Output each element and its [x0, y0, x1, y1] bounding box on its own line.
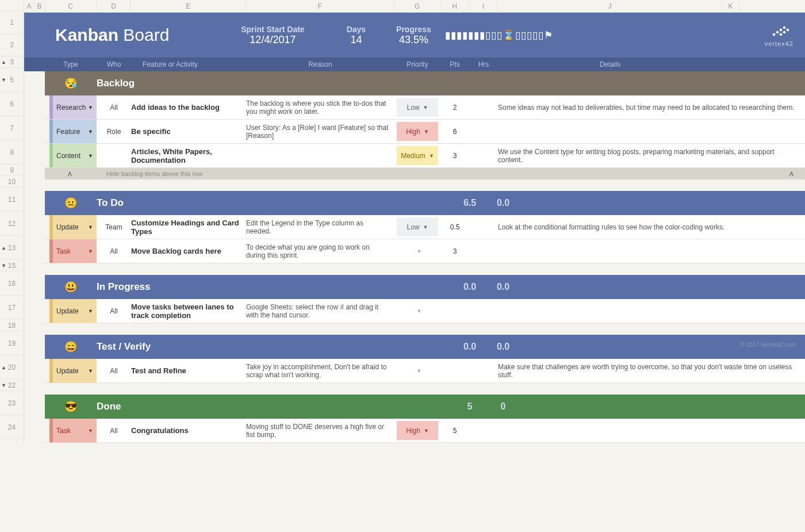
reason-cell[interactable]: To decide what you are going to work on … — [246, 243, 394, 259]
expand-down-icon[interactable]: ▼ — [1, 263, 6, 269]
emoji-smile-icon: 😃 — [45, 281, 97, 293]
feature-cell[interactable]: Congratulations — [131, 426, 246, 435]
row-number[interactable]: 9 — [0, 164, 24, 176]
row-number[interactable]: 18 — [0, 320, 24, 331]
feature-cell[interactable]: Be specific — [131, 127, 246, 136]
col-header[interactable]: A — [24, 0, 34, 12]
hide-backlog-bar[interactable]: ᐱ Hide backlog items above this row ᐱ — [45, 168, 805, 179]
type-dropdown[interactable]: Content▼ — [49, 144, 97, 167]
row-number[interactable]: 7 — [0, 116, 24, 140]
who-cell[interactable]: All — [97, 247, 131, 255]
task-row[interactable]: Task▼ All Congratulations Moving stuff t… — [45, 419, 805, 443]
section-title: Test / Verify — [97, 341, 407, 353]
who-cell[interactable]: Team — [97, 223, 131, 231]
type-dropdown[interactable]: Update▼ — [49, 299, 97, 323]
type-dropdown[interactable]: Update▼ — [49, 215, 97, 239]
row-number[interactable]: ▲13 — [0, 236, 24, 260]
col-header[interactable]: I — [469, 0, 498, 12]
who-cell[interactable]: All — [97, 367, 131, 375]
pts-cell[interactable]: 2 — [440, 104, 469, 112]
task-row[interactable]: Research▼ All Add ideas to the backlog T… — [45, 95, 805, 120]
col-header[interactable]: E — [131, 0, 246, 12]
row-number[interactable]: 19 — [0, 331, 24, 355]
priority-dropdown[interactable]: Medium▼ — [397, 146, 438, 165]
feature-cell[interactable]: Articles, White Papers, Documentation — [131, 147, 246, 164]
type-dropdown[interactable]: Task▼ — [49, 419, 97, 442]
section-backlog: 😪 Backlog — [45, 71, 805, 95]
task-row[interactable]: Feature▼ Role Be specific User Story: As… — [45, 120, 805, 144]
col-header[interactable]: C — [45, 0, 97, 12]
details-cell[interactable]: Look at the conditional formatting rules… — [498, 223, 805, 231]
pts-cell[interactable]: 3 — [440, 152, 469, 160]
reason-cell[interactable]: Take joy in accomplishment, Don't be afr… — [246, 363, 394, 379]
feature-cell[interactable]: Test and Refine — [131, 366, 246, 375]
task-row[interactable]: Update▼ All Test and Refine Take joy in … — [45, 359, 805, 383]
pts-cell[interactable]: 6 — [440, 128, 469, 136]
feature-cell[interactable]: Customize Headings and Card Types — [131, 219, 246, 236]
priority-dropdown[interactable]: High▼ — [397, 122, 438, 141]
priority-dropdown[interactable]: High▼ — [397, 421, 438, 440]
type-dropdown[interactable]: Update▼ — [49, 359, 97, 382]
col-header[interactable]: J — [498, 0, 722, 12]
type-dropdown[interactable]: Research▼ — [49, 95, 97, 119]
reason-cell[interactable]: User Story: As a [Role] I want [Feature]… — [246, 124, 394, 140]
type-dropdown[interactable]: Feature▼ — [49, 120, 97, 143]
row-number[interactable]: 8 — [0, 140, 24, 164]
task-row[interactable]: Content▼ Articles, White Papers, Documen… — [45, 144, 805, 168]
row-number[interactable]: ▼15 — [0, 260, 24, 271]
col-header[interactable]: G — [394, 0, 440, 12]
row-number[interactable]: ▲3 — [0, 56, 24, 68]
type-dropdown[interactable]: Task▼ — [49, 239, 97, 263]
collapse-up-icon[interactable]: ▲ — [1, 245, 6, 251]
who-cell[interactable]: All — [97, 104, 131, 112]
row-number[interactable]: 11 — [0, 187, 24, 212]
col-header[interactable]: D — [97, 0, 131, 12]
feature-cell[interactable]: Add ideas to the backlog — [131, 103, 246, 112]
pts-cell[interactable]: 5 — [440, 427, 469, 435]
row-number[interactable]: 6 — [0, 92, 24, 116]
row-number[interactable]: ▼5 — [0, 68, 24, 92]
priority-dropdown[interactable]: Low▼ — [397, 217, 438, 236]
priority-dropdown[interactable]: ▼ — [397, 361, 438, 380]
reason-cell[interactable]: Edit the Legend in the Type column as ne… — [246, 219, 394, 235]
row-number[interactable]: ▼22 — [0, 380, 24, 391]
priority-dropdown[interactable]: ▼ — [397, 301, 438, 320]
corner-cell[interactable] — [0, 0, 24, 12]
col-header[interactable]: F — [246, 0, 394, 12]
col-header[interactable]: K — [722, 0, 739, 12]
reason-cell[interactable]: Google Sheets: select the row # and drag… — [246, 303, 394, 319]
reason-cell[interactable]: Moving stuff to DONE deserves a high fiv… — [246, 423, 394, 439]
feature-cell[interactable]: Move tasks between lanes to track comple… — [131, 303, 246, 320]
row-number[interactable]: 24 — [0, 415, 24, 439]
col-header[interactable]: B — [34, 0, 45, 12]
details-cell[interactable]: Some ideas may not lead to deliverables,… — [498, 104, 805, 112]
expand-down-icon[interactable]: ▼ — [1, 382, 6, 388]
collapse-up-icon[interactable]: ▲ — [1, 59, 6, 65]
who-cell[interactable]: All — [97, 427, 131, 435]
task-row[interactable]: Update▼ Team Customize Headings and Card… — [45, 215, 805, 239]
task-row[interactable]: Update▼ All Move tasks between lanes to … — [45, 299, 805, 323]
row-number[interactable]: 1 — [0, 12, 24, 34]
row-number[interactable]: 2 — [0, 34, 24, 56]
row-number[interactable]: ▲20 — [0, 355, 24, 380]
pts-cell[interactable]: 0.5 — [440, 223, 469, 231]
task-row[interactable]: Task▼ All Move Backlog cards here To dec… — [45, 239, 805, 263]
row-number[interactable]: 23 — [0, 391, 24, 415]
priority-dropdown[interactable]: Low▼ — [397, 98, 438, 117]
who-cell[interactable]: All — [97, 307, 131, 315]
pts-cell[interactable]: 3 — [440, 247, 469, 255]
collapse-up-icon[interactable]: ▲ — [1, 365, 6, 370]
row-number[interactable]: 10 — [0, 176, 24, 187]
details-cell[interactable]: We use the Content type for writing blog… — [498, 148, 805, 164]
col-header[interactable]: H — [440, 0, 469, 12]
priority-dropdown[interactable]: ▼ — [397, 242, 438, 261]
expand-down-icon[interactable]: ▼ — [1, 77, 6, 83]
reason-cell[interactable]: The backlog is where you stick the to-do… — [246, 99, 394, 116]
row-number[interactable]: 17 — [0, 296, 24, 320]
row-number[interactable]: 16 — [0, 271, 24, 296]
who-cell[interactable]: Role — [97, 128, 131, 136]
hdr-feature: Feature or Activity — [131, 60, 246, 68]
details-cell[interactable]: Make sure that challenges are worth tryi… — [498, 363, 805, 379]
feature-cell[interactable]: Move Backlog cards here — [131, 247, 246, 255]
row-number[interactable]: 12 — [0, 212, 24, 236]
